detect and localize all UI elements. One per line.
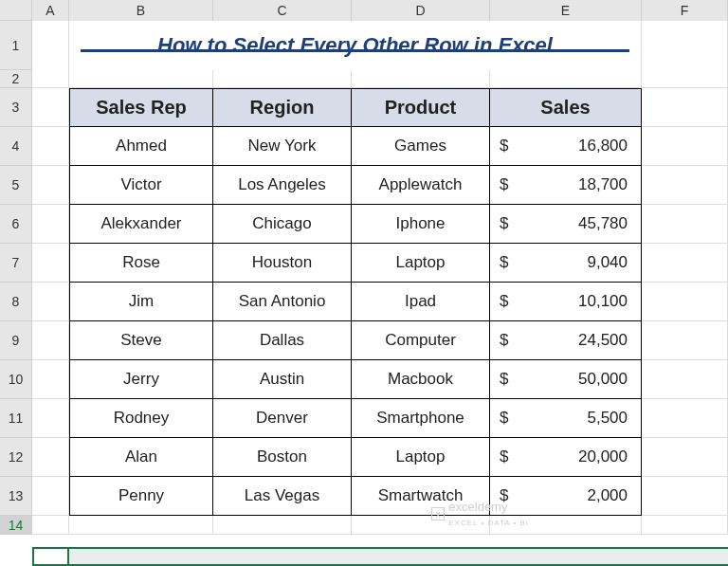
cell-f10[interactable] — [642, 360, 728, 399]
cell-f7[interactable] — [642, 244, 728, 283]
header-region[interactable]: Region — [213, 88, 352, 127]
row-header-10[interactable]: 10 — [0, 360, 31, 399]
cell-product[interactable]: Laptop — [352, 244, 490, 283]
cell-rep[interactable]: Jim — [69, 283, 213, 321]
cell-f14[interactable] — [642, 516, 728, 535]
header-sales[interactable]: Sales — [490, 88, 642, 127]
row-header-11[interactable]: 11 — [0, 399, 31, 438]
cell-sales[interactable]: $20,000 — [490, 438, 642, 477]
cell-a10[interactable] — [32, 360, 69, 399]
cell-rep[interactable]: Alekxander — [69, 205, 213, 244]
row-header-12[interactable]: 12 — [0, 438, 31, 477]
cell-sales[interactable]: $5,500 — [490, 399, 642, 438]
cell-sales[interactable]: $45,780 — [490, 205, 642, 244]
cell-a12[interactable] — [32, 438, 69, 477]
cell-a6[interactable] — [32, 205, 69, 244]
cell-d2[interactable] — [352, 70, 490, 88]
cell-a4[interactable] — [32, 127, 69, 166]
column-header-f[interactable]: F — [642, 0, 728, 21]
cell-rep[interactable]: Alan — [69, 438, 213, 477]
cell-a2[interactable] — [32, 70, 69, 88]
column-header-a[interactable]: A — [32, 0, 69, 21]
cell-region[interactable]: Dallas — [213, 321, 352, 360]
header-sales-rep[interactable]: Sales Rep — [69, 88, 213, 127]
cell-sales[interactable]: $2,000 — [490, 477, 642, 516]
cell-rep[interactable]: Penny — [69, 477, 213, 516]
column-header-c[interactable]: C — [213, 0, 352, 21]
cell-a13[interactable] — [32, 477, 69, 516]
row-header-9[interactable]: 9 — [0, 321, 31, 360]
cell-region[interactable]: Boston — [213, 438, 352, 477]
cell-b2[interactable] — [69, 70, 213, 88]
row-header-8[interactable]: 8 — [0, 283, 31, 321]
cell-region[interactable]: Austin — [213, 360, 352, 399]
row-header-14[interactable]: 14 — [0, 516, 31, 535]
cell-a9[interactable] — [32, 321, 69, 360]
cell-f2[interactable] — [642, 70, 728, 88]
cell-sales[interactable]: $18,700 — [490, 166, 642, 205]
row-header-7[interactable]: 7 — [0, 244, 31, 283]
cell-region[interactable]: Denver — [213, 399, 352, 438]
cell-a7[interactable] — [32, 244, 69, 283]
cell-product[interactable]: Macbook — [352, 360, 490, 399]
cell-sales[interactable]: $10,100 — [490, 283, 642, 321]
cell-sales[interactable]: $50,000 — [490, 360, 642, 399]
cell-f9[interactable] — [642, 321, 728, 360]
cell-f3[interactable] — [642, 88, 728, 127]
worksheet-grid[interactable]: How to Select Every Other Row in Excel S… — [32, 21, 728, 566]
cell-rep[interactable]: Rodney — [69, 399, 213, 438]
cell-f11[interactable] — [642, 399, 728, 438]
cell-region[interactable]: Houston — [213, 244, 352, 283]
cell-region[interactable]: Las Vegas — [213, 477, 352, 516]
cell-a8[interactable] — [32, 283, 69, 321]
row-header-1[interactable]: 1 — [0, 21, 31, 70]
cell-product[interactable]: Laptop — [352, 438, 490, 477]
row-header-5[interactable]: 5 — [0, 166, 31, 205]
row-header-4[interactable]: 4 — [0, 127, 31, 166]
cell-a14[interactable] — [32, 516, 69, 535]
cell-region[interactable]: San Antonio — [213, 283, 352, 321]
cell-a11[interactable] — [32, 399, 69, 438]
cell-f5[interactable] — [642, 166, 728, 205]
title-cell[interactable]: How to Select Every Other Row in Excel — [69, 21, 642, 70]
cell-a3[interactable] — [32, 88, 69, 127]
cell-rep[interactable]: Victor — [69, 166, 213, 205]
cell-product[interactable]: Smartphone — [352, 399, 490, 438]
cell-region[interactable]: Los Angeles — [213, 166, 352, 205]
cell-sales[interactable]: $24,500 — [490, 321, 642, 360]
column-header-b[interactable]: B — [69, 0, 213, 21]
cell-c2[interactable] — [213, 70, 352, 88]
cell-c14[interactable] — [213, 516, 352, 535]
column-header-d[interactable]: D — [352, 0, 490, 21]
cell-rep[interactable]: Ahmed — [69, 127, 213, 166]
cell-b14[interactable] — [69, 516, 213, 535]
cell-d14[interactable] — [352, 516, 490, 535]
cell-f6[interactable] — [642, 205, 728, 244]
cell-e14[interactable] — [490, 516, 642, 535]
cell-f4[interactable] — [642, 127, 728, 166]
cell-rep[interactable]: Steve — [69, 321, 213, 360]
cell-f12[interactable] — [642, 438, 728, 477]
row-header-2[interactable]: 2 — [0, 70, 31, 88]
cell-product[interactable]: Ipad — [352, 283, 490, 321]
cell-rep[interactable]: Jerry — [69, 360, 213, 399]
cell-product[interactable]: Applewatch — [352, 166, 490, 205]
cell-region[interactable]: New York — [213, 127, 352, 166]
row-header-3[interactable]: 3 — [0, 88, 31, 127]
cell-product[interactable]: Games — [352, 127, 490, 166]
cell-product[interactable]: Smartwatch — [352, 477, 490, 516]
cell-f8[interactable] — [642, 283, 728, 321]
row-header-13[interactable]: 13 — [0, 477, 31, 516]
column-header-e[interactable]: E — [490, 0, 642, 21]
cell-f1[interactable] — [642, 21, 728, 70]
header-product[interactable]: Product — [352, 88, 490, 127]
row-header-6[interactable]: 6 — [0, 205, 31, 244]
cell-region[interactable]: Chicago — [213, 205, 352, 244]
cell-e2[interactable] — [490, 70, 642, 88]
cell-sales[interactable]: $16,800 — [490, 127, 642, 166]
cell-product[interactable]: Iphone — [352, 205, 490, 244]
cell-rep[interactable]: Rose — [69, 244, 213, 283]
select-all-corner[interactable] — [0, 0, 32, 21]
cell-a5[interactable] — [32, 166, 69, 205]
cell-f13[interactable] — [642, 477, 728, 516]
